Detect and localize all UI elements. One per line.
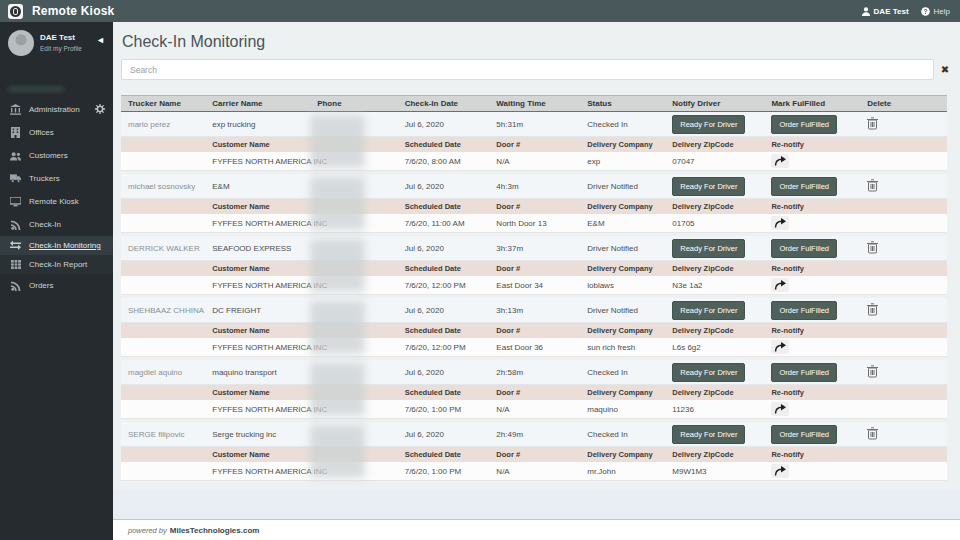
sub-column-header: Delivery ZipCode	[665, 264, 764, 273]
trucker-name-cell: mario perez	[121, 120, 205, 129]
table-row: SHEHBAAZ CHHINA DC FREIGHT Jul 6, 2020 3…	[121, 298, 947, 323]
sidebar-item-remote-kiosk[interactable]: Remote Kiosk	[0, 190, 113, 213]
content-spacer	[113, 490, 960, 520]
table-row: DERRICK WALKER SEAFOOD EXPRESS Jul 6, 20…	[121, 236, 947, 261]
re-notify-button[interactable]	[771, 154, 789, 168]
forward-arrow-icon	[774, 218, 786, 228]
rss-icon	[10, 280, 21, 291]
user-menu[interactable]: DAE Test	[862, 7, 909, 16]
ready-for-driver-button[interactable]: Ready For Driver	[672, 301, 745, 320]
delete-button[interactable]	[860, 179, 947, 194]
help-icon: ?	[921, 7, 930, 16]
main-content: Check-In Monitoring ✖ Trucker Name Carri…	[113, 22, 960, 540]
check-in-date-cell: Jul 6, 2020	[398, 430, 490, 439]
delete-button[interactable]	[860, 427, 947, 442]
sidebar-menu: Administration Offices Customers Trucker…	[0, 98, 113, 297]
scheduled-date-cell: 7/6/20, 12:00 PM	[398, 281, 490, 290]
check-in-date-cell: Jul 6, 2020	[398, 368, 490, 377]
ready-for-driver-button[interactable]: Ready For Driver	[672, 177, 745, 196]
trash-icon	[867, 427, 878, 440]
sub-column-header: Customer Name	[205, 264, 310, 273]
waiting-time-cell: 2h:58m	[489, 368, 580, 377]
waiting-time-cell: 2h:49m	[489, 430, 580, 439]
help-button[interactable]: ? Help	[921, 7, 950, 16]
delete-button[interactable]	[860, 303, 947, 318]
delivery-zipcode-cell: L6s 6g2	[665, 343, 764, 352]
edit-profile-link[interactable]: Edit my Profile	[40, 45, 82, 52]
trash-icon	[867, 303, 878, 316]
sub-column-header: Door #	[489, 388, 580, 397]
sub-column-header: Delivery Company	[580, 202, 665, 211]
order-fulfilled-button[interactable]: Order FulFilled	[771, 239, 837, 258]
sidebar-item-check-in-report[interactable]: Check-In Report	[0, 255, 113, 274]
check-in-date-cell: Jul 6, 2020	[398, 306, 490, 315]
re-notify-button[interactable]	[771, 278, 789, 292]
re-notify-button[interactable]	[771, 464, 789, 478]
carrier-name-cell: exp trucking	[205, 120, 310, 129]
order-fulfilled-button[interactable]: Order FulFilled	[771, 425, 837, 444]
top-bar: Remote Kiosk DAE Test ? Help	[0, 0, 960, 22]
delete-button[interactable]	[860, 241, 947, 256]
miles-technologies-link[interactable]: MilesTechnologies.com	[170, 526, 260, 535]
ready-for-driver-button[interactable]: Ready For Driver	[672, 239, 745, 258]
avatar	[8, 30, 34, 56]
sidebar-item-check-in-monitoring[interactable]: Check-In Monitoring	[0, 236, 113, 255]
app-logo-icon	[8, 4, 23, 19]
sub-column-header: Re-notify	[764, 264, 860, 273]
trucker-name-cell: magdiel aquino	[121, 368, 205, 377]
sub-column-header: Delivery ZipCode	[665, 450, 764, 459]
sidebar-item-customers[interactable]: Customers	[0, 144, 113, 167]
re-notify-button[interactable]	[771, 216, 789, 230]
check-in-entry: SHEHBAAZ CHHINA DC FREIGHT Jul 6, 2020 3…	[121, 298, 947, 357]
sub-column-header: Re-notify	[764, 388, 860, 397]
delete-button[interactable]	[860, 365, 947, 380]
sub-column-header: Customer Name	[205, 388, 310, 397]
ready-for-driver-button[interactable]: Ready For Driver	[672, 363, 745, 382]
ready-for-driver-button[interactable]: Ready For Driver	[672, 425, 745, 444]
forward-arrow-icon	[774, 404, 786, 414]
ready-for-driver-button[interactable]: Ready For Driver	[672, 115, 745, 134]
sub-value-row: FYFFES NORTH AMERICA INC 7/6/20, 12:00 P…	[121, 276, 947, 295]
sub-value-row: FYFFES NORTH AMERICA INC 7/6/20, 12:00 P…	[121, 338, 947, 357]
column-header: Delete	[860, 99, 947, 108]
svg-text:?: ?	[923, 7, 927, 14]
column-header: Status	[580, 99, 665, 108]
column-header: Notify Driver	[665, 99, 764, 108]
search-bar: ✖	[121, 59, 956, 80]
order-fulfilled-button[interactable]: Order FulFilled	[771, 363, 837, 382]
search-input[interactable]	[121, 59, 934, 80]
delivery-zipcode-cell: M9W1M3	[665, 467, 764, 476]
gear-icon[interactable]	[95, 104, 105, 116]
order-fulfilled-button[interactable]: Order FulFilled	[771, 177, 837, 196]
sidebar-item-offices[interactable]: Offices	[0, 121, 113, 144]
sub-column-header: Door #	[489, 264, 580, 273]
sub-column-header: Scheduled Date	[398, 202, 490, 211]
table-row: mario perez exp trucking Jul 6, 2020 5h:…	[121, 112, 947, 137]
clear-search-icon[interactable]: ✖	[934, 59, 956, 80]
status-cell: Driver Notified	[580, 182, 665, 191]
sidebar-item-administration[interactable]: Administration	[0, 98, 113, 121]
customer-name-cell: FYFFES NORTH AMERICA INC	[205, 343, 310, 352]
re-notify-button[interactable]	[771, 402, 789, 416]
delivery-zipcode-cell: 01705	[665, 219, 764, 228]
order-fulfilled-button[interactable]: Order FulFilled	[771, 115, 837, 134]
re-notify-button[interactable]	[771, 340, 789, 354]
sub-column-header: Customer Name	[205, 202, 310, 211]
sub-column-header: Delivery ZipCode	[665, 388, 764, 397]
sidebar-item-check-in[interactable]: Check-In	[0, 213, 113, 236]
delete-button[interactable]	[860, 117, 947, 132]
carrier-name-cell: E&M	[205, 182, 310, 191]
column-header: Carrier Name	[205, 99, 310, 108]
sub-column-header: Delivery ZipCode	[665, 140, 764, 149]
collapse-sidebar-icon[interactable]: ◄	[96, 35, 105, 45]
column-header: Check-In Date	[398, 99, 490, 108]
sidebar-item-truckers[interactable]: Truckers	[0, 167, 113, 190]
carrier-name-cell: SEAFOOD EXPRESS	[205, 244, 310, 253]
customer-name-cell: FYFFES NORTH AMERICA INC	[205, 467, 310, 476]
sub-column-header: Scheduled Date	[398, 264, 490, 273]
sidebar-item-orders[interactable]: Orders	[0, 274, 113, 297]
check-in-table: Trucker Name Carrier Name Phone Check-In…	[121, 95, 947, 484]
order-fulfilled-button[interactable]: Order FulFilled	[771, 301, 837, 320]
sub-value-row: FYFFES NORTH AMERICA INC 7/6/20, 1:00 PM…	[121, 462, 947, 481]
bank-icon	[10, 104, 21, 115]
